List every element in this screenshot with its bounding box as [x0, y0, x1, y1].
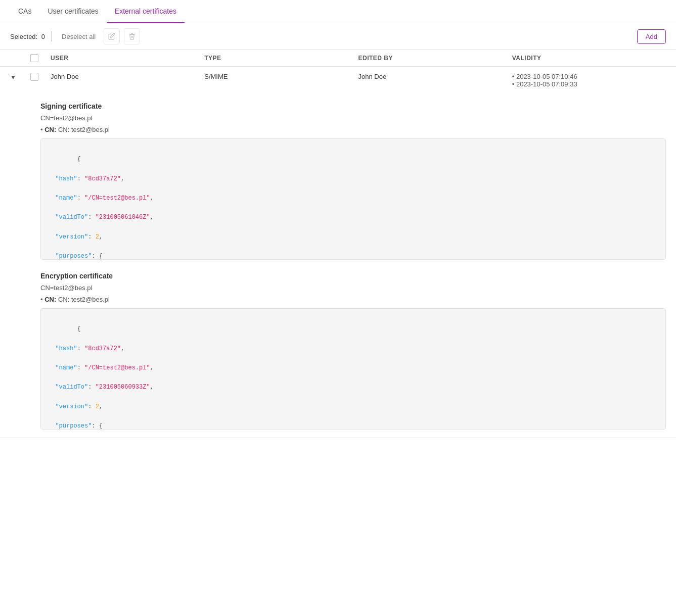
row-checkbox[interactable] — [30, 73, 38, 81]
tab-bar: CAs User certificates External certifica… — [0, 0, 676, 23]
enc-cn-label-strong: CN: — [44, 296, 56, 303]
encryption-cert-cn: CN=test2@bes.pl — [40, 284, 666, 292]
cell-type: S/MIME — [204, 73, 358, 80]
col-validity: VALIDITY — [512, 55, 666, 62]
edit-button[interactable] — [104, 28, 120, 44]
select-all-checkbox[interactable] — [30, 54, 38, 62]
tab-user-certificates[interactable]: User certificates — [39, 0, 106, 23]
encryption-cert-section: Encryption certificate CN=test2@bes.pl •… — [0, 268, 676, 438]
signing-cert-cn-value: CN: test2@bes.pl — [58, 126, 110, 133]
signing-cert-section: Signing certificate CN=test2@bes.pl • CN… — [0, 94, 676, 268]
cell-edited-by: John Doe — [358, 73, 512, 80]
signing-cert-json[interactable]: { "hash": "8cd37a72", "name": "/CN=test2… — [40, 138, 666, 260]
signing-cert-cn: CN=test2@bes.pl — [40, 114, 666, 122]
signing-cert-title: Signing certificate — [40, 102, 666, 110]
col-edited-by: EDITED BY — [358, 55, 512, 62]
encryption-cert-cn-value: CN: test2@bes.pl — [58, 296, 110, 303]
selected-label: Selected: 0 — [10, 33, 45, 40]
cell-user: John Doe — [51, 73, 204, 80]
validity-item-2: 2023-10-05 07:09:33 — [512, 80, 666, 88]
cn-label-strong: CN: — [44, 126, 56, 133]
row-john-doe: ▼ John Doe S/MIME John Doe 2023-10-05 07… — [0, 67, 676, 94]
col-type: TYPE — [204, 55, 358, 62]
table-row: ▼ John Doe S/MIME John Doe 2023-10-05 07… — [0, 67, 676, 438]
table-content: ▼ John Doe S/MIME John Doe 2023-10-05 07… — [0, 67, 676, 616]
table-header: USER TYPE EDITED BY VALIDITY — [0, 50, 676, 67]
validity-item-1: 2023-10-05 07:10:46 — [512, 73, 666, 80]
trash-icon — [128, 33, 136, 40]
delete-button[interactable] — [124, 28, 140, 44]
encryption-cert-json[interactable]: { "hash": "8cd37a72", "name": "/CN=test2… — [40, 308, 666, 430]
toolbar-separator — [51, 31, 52, 41]
expand-chevron-cell[interactable]: ▼ — [10, 73, 30, 81]
encryption-cert-title: Encryption certificate — [40, 272, 666, 280]
signing-cert-cn-bullet: • CN: CN: test2@bes.pl — [40, 126, 666, 133]
edit-icon — [108, 33, 115, 40]
row-checkbox-cell[interactable] — [30, 73, 51, 81]
toolbar: Selected: 0 Deselect all Add — [0, 23, 676, 50]
deselect-all-button[interactable]: Deselect all — [58, 31, 100, 42]
encryption-cert-cn-bullet: • CN: CN: test2@bes.pl — [40, 296, 666, 303]
cell-validity: 2023-10-05 07:10:46 2023-10-05 07:09:33 — [512, 73, 666, 88]
tab-external-certificates[interactable]: External certificates — [107, 0, 185, 23]
add-button[interactable]: Add — [637, 29, 666, 44]
select-all-checkbox-cell[interactable] — [30, 54, 51, 62]
chevron-down-icon[interactable]: ▼ — [10, 74, 16, 81]
col-user: USER — [51, 55, 204, 62]
tab-cas[interactable]: CAs — [10, 0, 39, 23]
